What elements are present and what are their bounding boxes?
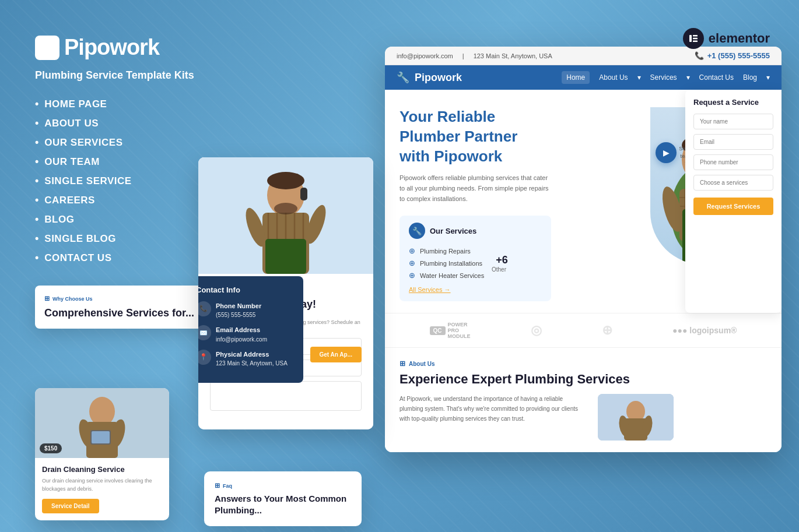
topbar-email: info@pipowork.com [397,52,453,59]
elementor-icon [683,28,704,49]
about-section-label: About Us [400,360,767,368]
service-card-description: Our drain cleaning service involves clea… [42,477,162,493]
preview-hero-section: Your ReliablePlumber Partnerwith Pipowor… [385,90,782,313]
service-price-badge: $150 [40,443,62,453]
svg-rect-4 [693,41,698,43]
phone-icon: 📞 [695,51,704,60]
brand-1: QC POWERPROMODULE [430,322,471,339]
plus-more-label: Other [490,266,508,273]
logo-text: Pipowork [64,35,159,60]
page-nav-list: HOME PAGE ABOUT US OUR SERVICES OUR TEAM… [35,98,210,264]
nav-item-single-service[interactable]: SINGLE SERVICE [35,175,210,187]
faq-section-label: Faq [215,482,351,489]
email-circle-icon: ✉️ [198,325,211,340]
faq-section-preview: Faq Answers to Your Most Common Plumbing… [204,471,362,526]
svg-point-53 [274,203,297,214]
preview-nav-links: Home About Us ▾ Services ▾ Contact Us Bl… [562,71,770,84]
brand-2: ◎ [531,323,542,338]
services-box-header: 🔧 Our Services [409,223,542,239]
request-form-title: Request a Service [693,98,773,107]
nav-item-team[interactable]: OUR TEAM [35,156,210,168]
service-card-preview: $150 Drain Cleaning Service Our drain cl… [35,388,169,520]
phone-circle-icon: 📞 [198,301,211,316]
nav-link-blog[interactable]: Blog [743,73,757,82]
why-choose-us-section: Why Choose Us Comprehensive Services for… [35,286,222,329]
contact-phone-text: Phone Number (555) 555-5555 [216,301,261,320]
nav-item-contact[interactable]: CONTACT US [35,252,210,264]
logo-area: Pipowork [35,35,210,60]
hero-title: Your ReliablePlumber Partnerwith Pipowor… [400,107,639,166]
services-box-title: Our Services [430,227,476,235]
contact-address-text: Physical Address 123 Main St, Anytown, U… [216,350,288,368]
brand-tagline: Plumbing Service Template Kits [35,69,210,82]
about-section-title: Experience Expert Plumbing Services [400,371,767,388]
elementor-text: elementor [709,31,770,46]
nav-link-about[interactable]: About Us [599,73,628,82]
nav-item-single-blog[interactable]: SINGLE BLOG [35,232,210,245]
hero-description: Pipowork offers reliable plumbing servic… [400,173,551,204]
why-section-title: Comprehensive Services for... [44,307,212,319]
nav-link-contact[interactable]: Contact Us [699,73,734,82]
hero-title-plain: Your [400,108,437,125]
service-select[interactable] [693,175,773,191]
request-service-form: Request a Service Request Services [685,90,782,313]
nav-link-home[interactable]: Home [562,71,590,84]
contact-plumber-image [198,157,373,274]
get-answer-button[interactable]: Get An Ap... [310,347,362,362]
service-card-image: $150 [35,388,169,458]
faq-section-title: Answers to Your Most Common Plumbing... [215,493,351,516]
svg-rect-3 [693,38,698,40]
brand-4: ●●● logoipsum® [672,326,737,335]
service-detail-button[interactable]: Service Detail [42,499,99,513]
svg-point-34 [89,397,115,426]
address-icon-inner: 📍 [199,353,208,361]
play-button[interactable]: ▶ [656,142,677,163]
main-website-preview: info@pipowork.com | 123 Main St, Anytown… [385,47,782,452]
contact-address-item: 📍 Physical Address 123 Main St, Anytown,… [198,350,294,368]
service-item-3: Water Heater Services [409,269,484,281]
phone-input[interactable] [693,154,773,170]
service-item-1: Plumbing Repairs [409,245,484,257]
topbar-contact-info: info@pipowork.com | 123 Main St, Anytown… [397,52,552,59]
preview-nav-logo: 🔧 Pipowork [397,71,462,84]
contact-info-card: Contact Info 📞 Phone Number (555) 555-55… [198,276,303,383]
svg-point-52 [267,172,304,189]
all-services-link[interactable]: All Services → [409,286,451,293]
about-plumber-thumbnail [598,394,674,441]
address-circle-icon: 📍 [198,350,211,365]
topbar-address: 123 Main St, Anytown, USA [474,52,552,59]
nav-item-about[interactable]: ABOUT US [35,117,210,129]
contact-info-card-title: Contact Info [198,286,294,294]
preview-topbar: info@pipowork.com | 123 Main St, Anytown… [385,47,782,65]
hero-content: Your ReliablePlumber Partnerwith Pipowor… [400,107,639,301]
nav-link-services[interactable]: Services [650,73,677,82]
nav-item-careers[interactable]: CAREERS [35,194,210,206]
logo-icon [35,36,59,60]
nav-item-blog[interactable]: BLOG [35,213,210,226]
svg-rect-42 [300,188,307,200]
about-section-preview: About Us Experience Expert Plumbing Serv… [385,347,782,452]
brand-3: ⊕ [602,323,612,338]
your-name-input[interactable] [693,114,773,129]
email-input[interactable] [693,134,773,150]
service-card-content: Drain Cleaning Service Our drain cleanin… [35,458,169,520]
phone-icon-inner: 📞 [199,305,208,312]
topbar-phone: 📞 +1 (555) 555-5555 [695,51,770,60]
nav-item-services[interactable]: OUR SERVICES [35,136,210,149]
brands-bar: QC POWERPROMODULE ◎ ⊕ ●●● logoipsum® [385,313,782,347]
svg-rect-39 [92,431,110,443]
preview-navbar: 🔧 Pipowork Home About Us ▾ Services ▾ Co… [385,65,782,90]
contact-email-item: ✉️ Email Address info@pipowork.com [198,325,294,344]
service-card-title: Drain Cleaning Service [42,465,162,474]
svg-rect-2 [693,35,698,37]
nav-dropdown-icon: ▾ [637,73,641,82]
services-box: 🔧 Our Services Plumbing Repairs Plumbing… [400,216,551,301]
request-services-button[interactable]: Request Services [693,198,773,215]
service-item-2: Plumbing Installations [409,257,484,269]
contact-email-text: Email Address info@pipowork.com [216,325,267,344]
nav-item-home[interactable]: HOME PAGE [35,98,210,110]
about-section-desc: At Pipowork, we understand the importanc… [400,394,586,441]
elementor-badge: elementor [683,28,770,49]
message-field[interactable] [210,381,362,411]
left-panel: Pipowork Plumbing Service Template Kits … [35,35,210,264]
